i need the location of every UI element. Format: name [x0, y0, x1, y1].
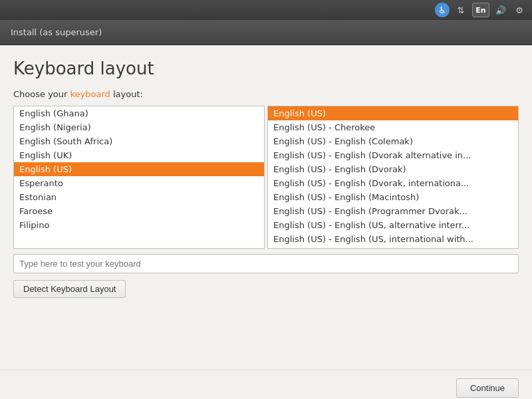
page-title: Keyboard layout — [13, 59, 519, 78]
list-item[interactable]: Esperanto — [14, 176, 264, 190]
list-item[interactable]: English (Nigeria) — [14, 120, 264, 134]
detect-keyboard-button[interactable]: Detect Keyboard Layout — [13, 280, 126, 298]
variant-list[interactable]: English (US)English (US) - CherokeeEngli… — [267, 106, 519, 249]
keyboard-layout-icon[interactable]: ⇅ — [454, 3, 468, 17]
main-content: Keyboard layout Choose your keyboard lay… — [0, 45, 532, 370]
list-item[interactable]: English (Ghana) — [14, 106, 264, 120]
title-bar: Install (as superuser) — [0, 20, 532, 45]
language-icon[interactable]: En — [472, 3, 489, 17]
list-item[interactable]: Estonian — [14, 190, 264, 204]
list-item[interactable]: English (US) - English (Macintosh) — [268, 190, 518, 204]
test-input-container — [13, 254, 519, 273]
list-item[interactable]: English (US) - English (Programmer Dvora… — [268, 204, 518, 218]
subtitle: Choose your keyboard layout: — [13, 89, 519, 99]
keyboard-test-input[interactable] — [13, 254, 519, 273]
keyboard-lists: English (Ghana)English (Nigeria)English … — [13, 106, 519, 249]
list-item[interactable]: English (South Africa) — [14, 134, 264, 148]
settings-icon[interactable]: ⚙ — [512, 3, 527, 17]
subtitle-rest: layout: — [110, 89, 143, 99]
continue-button[interactable]: Continue — [456, 378, 519, 398]
list-item[interactable]: English (US) — [14, 162, 264, 176]
list-item[interactable]: English (US) - English (Dvorak) — [268, 162, 518, 176]
window-title: Install (as superuser) — [11, 27, 102, 37]
navigation-area: Continue — [0, 370, 532, 399]
subtitle-highlight: keyboard — [70, 89, 110, 99]
subtitle-plain: Choose your — [13, 89, 70, 99]
top-bar: ♿ ⇅ En 🔊 ⚙ — [0, 0, 532, 20]
language-list[interactable]: English (Ghana)English (Nigeria)English … — [13, 106, 265, 249]
list-item[interactable]: English (UK) — [14, 148, 264, 162]
accessibility-icon[interactable]: ♿ — [435, 3, 450, 17]
list-item[interactable]: English (US) - English (Dvorak, internat… — [268, 176, 518, 190]
list-item[interactable]: English (US) - English (US, alternative … — [268, 218, 518, 232]
list-item[interactable]: English (US) - English (Dvorak alternati… — [268, 148, 518, 162]
list-item[interactable]: Faroese — [14, 204, 264, 218]
volume-icon[interactable]: 🔊 — [493, 3, 508, 17]
list-item[interactable]: Filipino — [14, 218, 264, 232]
list-item[interactable]: English (US) - English (US, internationa… — [268, 232, 518, 246]
list-item[interactable]: English (US) - Cherokee — [268, 120, 518, 134]
list-item[interactable]: English (US) — [268, 106, 518, 120]
list-item[interactable]: English (US) - English (Colemak) — [268, 134, 518, 148]
